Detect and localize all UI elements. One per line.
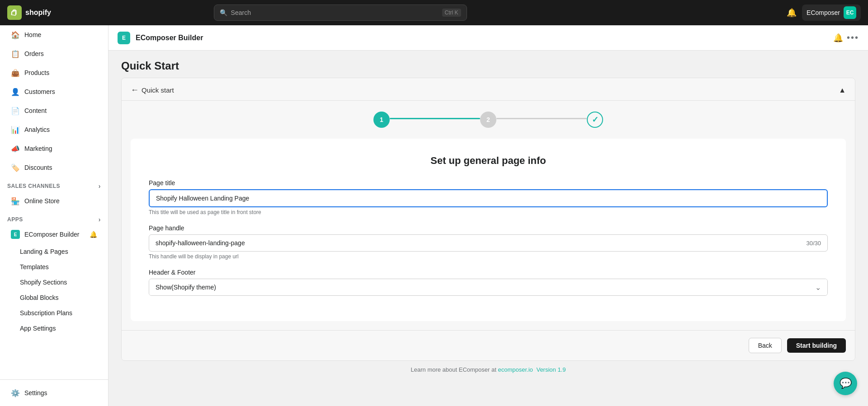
quick-start-panel: ← Quick start ▲ 1 2 ✓ — [108, 78, 868, 406]
sidebar-sub-landing-pages[interactable]: Landing & Pages — [4, 244, 104, 259]
sidebar-item-settings[interactable]: ⚙️ Settings — [4, 384, 104, 402]
sidebar-sub-shopify-sections[interactable]: Shopify Sections — [4, 275, 104, 289]
sidebar-item-customers[interactable]: 👤 Customers — [4, 83, 104, 101]
quick-start-card: ← Quick start ▲ 1 2 ✓ — [121, 78, 855, 361]
page-handle-field: shopify-halloween-landing-page 30/30 — [149, 234, 828, 252]
stepper-step-3: ✓ — [587, 112, 603, 128]
customers-icon: 👤 — [11, 87, 20, 96]
form-card-title: Set up general page info — [149, 155, 828, 167]
products-icon: 👜 — [11, 68, 20, 77]
collapse-icon[interactable]: ▲ — [839, 86, 846, 94]
sidebar-item-marketing[interactable]: 📣 Marketing — [4, 140, 104, 158]
quick-start-footer: Back Start building — [122, 330, 855, 360]
stepper-line-2 — [496, 118, 587, 119]
analytics-icon: 📊 — [11, 125, 20, 134]
sidebar-item-label: Orders — [24, 50, 44, 57]
sidebar-item-label: Content — [24, 107, 47, 114]
page-title-hint: This title will be used as page title in… — [149, 209, 828, 215]
sidebar: 🏠 Home 📋 Orders 👜 Products 👤 Customers 📄… — [0, 25, 108, 406]
topnav-right: 🔔 EComposer EC — [787, 5, 861, 21]
search-placeholder-text: Search — [231, 9, 439, 16]
form-card: Set up general page info Page title This… — [131, 139, 846, 321]
sidebar-item-label: Analytics — [24, 126, 50, 133]
sub-item-label: Templates — [20, 263, 49, 271]
page-handle-hint: This handle will be display in page url — [149, 253, 828, 260]
sidebar-item-content[interactable]: 📄 Content — [4, 102, 104, 120]
apps-section: Apps › — [0, 210, 108, 225]
sub-item-label: App Settings — [20, 325, 56, 332]
orders-icon: 📋 — [11, 49, 20, 58]
quick-start-back-link[interactable]: ← Quick start — [131, 85, 174, 95]
apps-expand-icon[interactable]: › — [99, 216, 101, 223]
sidebar-item-online-store[interactable]: 🏪 Online Store — [4, 192, 104, 210]
main-layout: 🏠 Home 📋 Orders 👜 Products 👤 Customers 📄… — [0, 25, 868, 406]
content-icon: 📄 — [11, 106, 20, 115]
sidebar-item-label: Online Store — [24, 197, 60, 205]
sidebar-item-discounts[interactable]: 🏷️ Discounts — [4, 159, 104, 177]
sidebar-item-label: Discounts — [24, 164, 52, 171]
search-shortcut: Ctrl K — [442, 9, 461, 17]
sidebar-sub-global-blocks[interactable]: Global Blocks — [4, 290, 104, 305]
settings-label: Settings — [24, 389, 47, 397]
sidebar-item-label: Home — [24, 31, 41, 38]
top-navigation: shopify 🔍 Search Ctrl K 🔔 EComposer EC — [0, 0, 868, 25]
page-handle-value: shopify-halloween-landing-page — [156, 239, 245, 247]
notification-bell-icon[interactable]: 🔔 — [787, 8, 797, 18]
page-title-label: Page title — [149, 179, 828, 187]
sub-item-label: Subscription Plans — [20, 309, 72, 317]
ecomposer-bell-icon[interactable]: 🔔 — [90, 231, 97, 238]
page-title-group: Page title This title will be used as pa… — [149, 179, 828, 215]
sidebar-item-home[interactable]: 🏠 Home — [4, 26, 104, 44]
page-handle-group: Page handle shopify-halloween-landing-pa… — [149, 224, 828, 260]
app-header-more-icon[interactable]: ••• — [847, 33, 859, 43]
sidebar-item-label: Marketing — [24, 145, 52, 152]
sidebar-sub-app-settings[interactable]: App Settings — [4, 321, 104, 336]
app-header-bell-icon[interactable]: 🔔 — [833, 33, 843, 43]
header-footer-label: Header & Footer — [149, 269, 828, 276]
back-arrow-icon: ← — [131, 85, 139, 95]
stepper-step-2: 2 — [480, 112, 496, 128]
app-header: E EComposer Builder 🔔 ••• — [108, 25, 868, 51]
stepper-circle-2: 2 — [480, 112, 496, 128]
page-handle-label: Page handle — [149, 224, 828, 232]
sidebar-sub-subscription-plans[interactable]: Subscription Plans — [4, 306, 104, 320]
shopify-logo[interactable]: shopify — [7, 5, 51, 20]
sidebar-item-products[interactable]: 👜 Products — [4, 64, 104, 82]
version-text: Version 1.9 — [536, 366, 566, 373]
search-bar[interactable]: 🔍 Search Ctrl K — [214, 5, 467, 21]
content-area: E EComposer Builder 🔔 ••• Quick Start ← … — [108, 25, 868, 406]
chat-button[interactable]: 💬 — [834, 372, 857, 395]
stepper: 1 2 ✓ — [122, 101, 855, 139]
online-store-icon: 🏪 — [11, 196, 20, 205]
sidebar-item-orders[interactable]: 📋 Orders — [4, 45, 104, 63]
settings-section: ⚙️ Settings — [0, 379, 108, 406]
back-button[interactable]: Back — [749, 338, 782, 353]
page-handle-count: 30/30 — [806, 240, 821, 247]
ecomposer-brand-icon: E — [11, 230, 20, 239]
app-header-actions: 🔔 ••• — [833, 33, 859, 43]
settings-icon: ⚙️ — [11, 388, 20, 397]
quick-start-label: Quick start — [142, 86, 174, 94]
sidebar-item-label: Customers — [24, 88, 55, 95]
sub-item-label: Landing & Pages — [20, 248, 68, 255]
sidebar-item-analytics[interactable]: 📊 Analytics — [4, 121, 104, 139]
info-bar: Learn more about EComposer at ecomposer.… — [121, 361, 855, 378]
shopify-bag-icon — [7, 5, 22, 20]
header-footer-select[interactable]: Show(Shopify theme) Hide header Hide foo… — [149, 279, 827, 295]
stepper-circle-3: ✓ — [587, 112, 603, 128]
account-name: EComposer — [807, 9, 840, 16]
search-icon: 🔍 — [220, 9, 227, 16]
info-text: Learn more about EComposer at — [411, 366, 496, 373]
account-button[interactable]: EComposer EC — [802, 5, 861, 21]
ecomposer-label: EComposer Builder — [24, 231, 79, 238]
sidebar-sub-templates[interactable]: Templates — [4, 260, 104, 274]
page-title: Quick Start — [121, 60, 855, 72]
sub-item-label: Shopify Sections — [20, 279, 67, 286]
sales-channels-expand-icon[interactable]: › — [99, 182, 101, 190]
stepper-line-1 — [390, 118, 480, 119]
start-building-button[interactable]: Start building — [787, 338, 846, 353]
sidebar-item-ecomposer[interactable]: E EComposer Builder 🔔 — [4, 225, 104, 243]
info-link[interactable]: ecomposer.io — [498, 366, 533, 373]
discounts-icon: 🏷️ — [11, 163, 20, 172]
page-title-input[interactable] — [149, 189, 828, 207]
